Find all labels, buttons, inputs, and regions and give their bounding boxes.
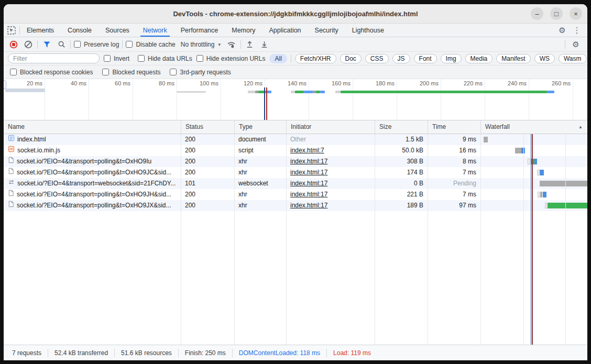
- more-options-kebab-icon[interactable]: ⋮: [571, 26, 583, 35]
- type-cell: xhr: [238, 200, 286, 211]
- request-name-cell[interactable]: socket.io.min.js: [4, 145, 181, 156]
- filter-pill-all[interactable]: All: [269, 54, 287, 63]
- request-table-header: NameStatusTypeInitiatorSizeTimeWaterfall…: [4, 120, 587, 134]
- timeline-gridline: [573, 79, 573, 120]
- request-name-cell[interactable]: socket.io/?EIO=4&transport=websocket&sid…: [4, 178, 181, 189]
- overview-waterfall-bar: [341, 91, 547, 93]
- tab-security[interactable]: Security: [308, 24, 345, 37]
- settings-gear-icon[interactable]: ⚙: [556, 26, 568, 35]
- chevron-down-icon: ▾: [218, 42, 221, 47]
- request-row[interactable]: socket.io/?EIO=4&transport=polling&t=OxH…: [4, 200, 587, 211]
- timeline-tick-label: 40 ms: [71, 80, 89, 86]
- filter-pill-js[interactable]: JS: [392, 54, 410, 63]
- export-har-button[interactable]: [259, 39, 270, 50]
- resource-size: 51.6 kB resources: [115, 349, 179, 357]
- time-cell: 7 ms: [428, 167, 480, 178]
- initiator-cell: index.html:17: [290, 189, 375, 200]
- filter-pill-media[interactable]: Media: [465, 54, 493, 63]
- column-header-status[interactable]: Status: [181, 120, 234, 134]
- domcontentloaded-marker-line: [531, 134, 531, 345]
- request-row[interactable]: socket.io/?EIO=4&transport=websocket&sid…: [4, 178, 587, 189]
- filter-pill-wasm[interactable]: Wasm: [559, 54, 587, 63]
- type-cell: document: [238, 134, 286, 145]
- minimize-button[interactable]: –: [531, 7, 543, 20]
- throttling-dropdown[interactable]: No throttling ▾: [179, 41, 223, 48]
- filter-pill-doc[interactable]: Doc: [340, 54, 362, 63]
- invert-checkbox[interactable]: Invert: [104, 55, 129, 62]
- initiator-link[interactable]: index.html:17: [290, 180, 327, 187]
- hide-data-urls-checkbox[interactable]: Hide data URLs: [138, 55, 192, 62]
- tab-lighthouse[interactable]: Lighthouse: [345, 24, 391, 37]
- filter-pill-font[interactable]: Font: [414, 54, 437, 63]
- request-name-cell[interactable]: socket.io/?EIO=4&transport=polling&t=OxH…: [4, 189, 181, 200]
- waterfall-cell: [480, 156, 587, 167]
- initiator-link[interactable]: index.html:17: [290, 169, 327, 176]
- initiator-link[interactable]: index.html:17: [290, 202, 327, 209]
- request-name-cell[interactable]: socket.io/?EIO=4&transport=polling&t=OxH…: [4, 167, 181, 178]
- initiator-link[interactable]: index.html:7: [290, 147, 324, 154]
- resource-type-filter-pills: AllFetch/XHRDocCSSJSFontImgMediaManifest…: [269, 54, 587, 63]
- overview-waterfall-bar: [4, 80, 6, 89]
- blocked-requests-checkbox[interactable]: Blocked requests: [102, 69, 160, 76]
- maximize-button[interactable]: □: [550, 7, 563, 20]
- request-row[interactable]: index.html200documentOther1.5 kB9 ms: [4, 134, 587, 145]
- blocked-response-cookies-checkbox[interactable]: Blocked response cookies: [10, 69, 93, 76]
- column-header-type[interactable]: Type: [234, 120, 286, 134]
- column-header-time[interactable]: Time: [428, 120, 480, 134]
- preserve-log-checkbox[interactable]: Preserve log: [74, 41, 119, 48]
- filter-toggle-button[interactable]: [41, 39, 52, 50]
- filter-pill-fetchxhr[interactable]: Fetch/XHR: [295, 54, 336, 63]
- network-overview-timeline[interactable]: 20 ms40 ms60 ms80 ms100 ms120 ms140 ms16…: [4, 79, 587, 120]
- filter-pill-img[interactable]: Img: [441, 54, 462, 63]
- initiator-link[interactable]: index.html:17: [290, 158, 327, 165]
- column-header-name[interactable]: Name: [4, 120, 181, 134]
- import-har-button[interactable]: [244, 39, 256, 50]
- tab-network[interactable]: Network: [136, 24, 174, 37]
- timeline-gridline: [177, 79, 177, 120]
- checkbox-box: [138, 55, 145, 62]
- tab-application[interactable]: Application: [262, 24, 308, 37]
- timeline-tick-label: 200 ms: [420, 80, 441, 86]
- inspect-element-button[interactable]: [4, 24, 19, 37]
- third-party-requests-checkbox[interactable]: 3rd-party requests: [170, 69, 231, 76]
- overview-waterfall-bar: [335, 91, 341, 93]
- disable-cache-checkbox[interactable]: Disable cache: [126, 41, 175, 48]
- network-conditions-button[interactable]: [226, 39, 237, 50]
- search-button[interactable]: [56, 39, 67, 50]
- waterfall-bar-ghost: [537, 170, 539, 175]
- initiator-text: Other: [290, 136, 306, 143]
- hide-extension-urls-checkbox[interactable]: Hide extension URLs: [196, 55, 266, 62]
- request-name-cell[interactable]: socket.io/?EIO=4&transport=polling&t=OxH…: [4, 156, 181, 167]
- hide-extension-urls-label: Hide extension URLs: [206, 55, 266, 62]
- initiator-link[interactable]: index.html:17: [290, 191, 327, 198]
- record-network-log-button[interactable]: [8, 39, 19, 50]
- network-settings-gear-icon[interactable]: ⚙: [570, 40, 582, 49]
- column-header-initiator[interactable]: Initiator: [286, 120, 375, 134]
- request-row[interactable]: socket.io.min.js200scriptindex.html:750.…: [4, 145, 587, 156]
- filter-pill-manifest[interactable]: Manifest: [496, 54, 530, 63]
- request-name-cell[interactable]: index.html: [4, 134, 181, 145]
- column-header-size[interactable]: Size: [375, 120, 428, 134]
- clear-network-log-button[interactable]: [23, 39, 34, 50]
- waterfall-bar-ghost: [528, 159, 530, 164]
- tab-performance[interactable]: Performance: [174, 24, 225, 37]
- request-row[interactable]: socket.io/?EIO=4&transport=polling&t=OxH…: [4, 167, 587, 178]
- tab-elements[interactable]: Elements: [20, 24, 61, 37]
- filter-input[interactable]: [8, 53, 100, 63]
- tab-sources[interactable]: Sources: [98, 24, 136, 37]
- timeline-tick-label: 180 ms: [376, 80, 397, 86]
- request-name-cell[interactable]: socket.io/?EIO=4&transport=polling&t=OxH…: [4, 200, 181, 211]
- preserve-log-label: Preserve log: [84, 41, 119, 48]
- tab-memory[interactable]: Memory: [225, 24, 262, 37]
- column-header-waterfall[interactable]: Waterfall: [480, 120, 587, 134]
- close-button[interactable]: ×: [570, 7, 582, 20]
- request-row[interactable]: socket.io/?EIO=4&transport=polling&t=OxH…: [4, 156, 587, 167]
- type-cell: xhr: [238, 156, 286, 167]
- overview-waterfall-bar: [248, 91, 255, 93]
- script-icon: [8, 145, 15, 156]
- tab-console[interactable]: Console: [61, 24, 98, 37]
- sort-ascending-icon[interactable]: ▲: [578, 120, 583, 134]
- request-row[interactable]: socket.io/?EIO=4&transport=polling&t=OxH…: [4, 189, 587, 200]
- filter-pill-css[interactable]: CSS: [365, 54, 389, 63]
- filter-pill-ws[interactable]: WS: [534, 54, 555, 63]
